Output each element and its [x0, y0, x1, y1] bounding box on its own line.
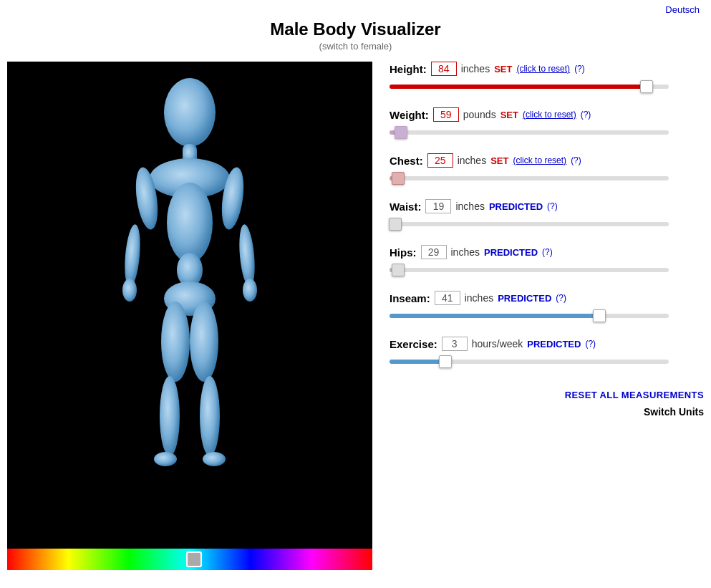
chest-control: Chest: 25 inches SET (click to reset) (?… [390, 153, 704, 185]
hips-control: Hips: 29 inches PREDICTED (?) [390, 245, 704, 276]
exercise-control: Exercise: 3 hours/week PREDICTED (?) [390, 337, 704, 368]
waist-track [390, 222, 669, 226]
chest-unit: inches [458, 155, 486, 166]
svg-point-10 [237, 223, 257, 287]
waist-value[interactable]: 19 [425, 199, 451, 213]
waist-help[interactable]: (?) [547, 201, 558, 211]
chest-slider[interactable] [390, 172, 704, 185]
weight-track [390, 130, 669, 135]
weight-reset[interactable]: (click to reset) [523, 110, 576, 120]
chest-status[interactable]: SET [490, 155, 508, 166]
height-reset[interactable]: (click to reset) [516, 64, 570, 74]
reset-all-button[interactable]: RESET ALL MEASUREMENTS [565, 390, 704, 400]
hips-help[interactable]: (?) [542, 247, 553, 257]
height-label: Height: [390, 63, 427, 75]
height-control: Height: 84 inches SET (click to reset) (… [390, 62, 704, 93]
exercise-unit: hours/week [472, 338, 523, 350]
svg-point-17 [203, 452, 226, 466]
color-bar-thumb[interactable] [186, 551, 202, 567]
hips-label: Hips: [390, 246, 417, 259]
inseam-track [390, 314, 669, 318]
weight-unit: pounds [463, 109, 496, 120]
hips-thumb[interactable] [392, 264, 405, 276]
switch-gender-link[interactable]: (switch to female) [319, 41, 392, 52]
height-status[interactable]: SET [494, 64, 512, 74]
waist-control: Waist: 19 inches PREDICTED (?) [390, 199, 704, 231]
language-link[interactable]: Deutsch [665, 4, 700, 15]
inseam-control: Inseam: 41 inches PREDICTED (?) [390, 291, 704, 322]
height-unit: inches [461, 63, 490, 74]
svg-point-0 [164, 78, 216, 147]
height-thumb[interactable] [640, 80, 653, 93]
waist-status[interactable]: PREDICTED [489, 201, 543, 212]
exercise-value[interactable]: 3 [442, 337, 468, 351]
weight-thumb[interactable] [395, 126, 407, 139]
body-3d-view [7, 62, 372, 541]
svg-point-11 [243, 279, 257, 302]
hips-slider[interactable] [390, 264, 704, 276]
hips-status[interactable]: PREDICTED [484, 247, 538, 258]
switch-gender[interactable]: (switch to female) [0, 41, 711, 52]
hips-unit: inches [451, 246, 480, 258]
app-title: Male Body Visualizer [0, 19, 711, 39]
inseam-fill [390, 314, 599, 318]
exercise-status[interactable]: PREDICTED [527, 339, 581, 350]
chest-reset[interactable]: (click to reset) [513, 155, 566, 165]
controls-panel: Height: 84 inches SET (click to reset) (… [372, 62, 704, 418]
inseam-label: Inseam: [390, 292, 430, 304]
height-track [390, 85, 669, 89]
waist-thumb[interactable] [389, 218, 402, 231]
chest-label: Chest: [390, 155, 423, 167]
top-bar: Deutsch [0, 0, 711, 19]
waist-slider[interactable] [390, 218, 704, 231]
weight-control: Weight: 59 pounds SET (click to reset) (… [390, 107, 704, 139]
bottom-actions: RESET ALL MEASUREMENTS Switch Units [390, 390, 704, 418]
waist-unit: inches [455, 201, 484, 212]
waist-label: Waist: [390, 201, 421, 213]
body-figure [75, 72, 304, 531]
weight-slider[interactable] [390, 126, 704, 139]
hips-value[interactable]: 29 [421, 245, 447, 259]
exercise-fill [390, 360, 445, 364]
chest-help[interactable]: (?) [571, 155, 581, 165]
svg-point-12 [161, 302, 190, 382]
page-title: Male Body Visualizer [0, 19, 711, 39]
exercise-slider[interactable] [390, 355, 704, 368]
color-bar[interactable] [7, 549, 372, 570]
hips-track [390, 268, 669, 272]
svg-point-3 [167, 183, 213, 263]
body-viewer [7, 62, 372, 570]
svg-point-15 [190, 302, 218, 382]
inseam-status[interactable]: PREDICTED [498, 293, 551, 304]
height-slider[interactable] [390, 80, 704, 93]
inseam-slider[interactable] [390, 309, 704, 322]
svg-point-16 [200, 376, 220, 456]
chest-thumb[interactable] [392, 172, 405, 185]
weight-help[interactable]: (?) [581, 110, 591, 120]
weight-label: Weight: [390, 109, 429, 121]
chest-track [390, 176, 669, 180]
svg-point-14 [154, 452, 177, 466]
exercise-label: Exercise: [390, 338, 437, 350]
exercise-help[interactable]: (?) [585, 339, 596, 349]
svg-point-7 [122, 223, 142, 287]
main-layout: Height: 84 inches SET (click to reset) (… [0, 62, 711, 570]
svg-point-8 [122, 279, 137, 302]
height-value[interactable]: 84 [431, 62, 457, 76]
weight-status[interactable]: SET [500, 110, 518, 120]
height-help[interactable]: (?) [574, 64, 585, 74]
weight-value[interactable]: 59 [433, 107, 459, 122]
exercise-thumb[interactable] [439, 355, 452, 368]
switch-units-button[interactable]: Switch Units [644, 406, 704, 418]
inseam-value[interactable]: 41 [435, 291, 460, 305]
inseam-help[interactable]: (?) [556, 293, 566, 303]
chest-value[interactable]: 25 [427, 153, 453, 168]
inseam-thumb[interactable] [593, 309, 606, 322]
exercise-track [390, 360, 669, 364]
svg-point-13 [160, 376, 180, 456]
height-fill [390, 85, 647, 89]
inseam-unit: inches [465, 292, 493, 304]
